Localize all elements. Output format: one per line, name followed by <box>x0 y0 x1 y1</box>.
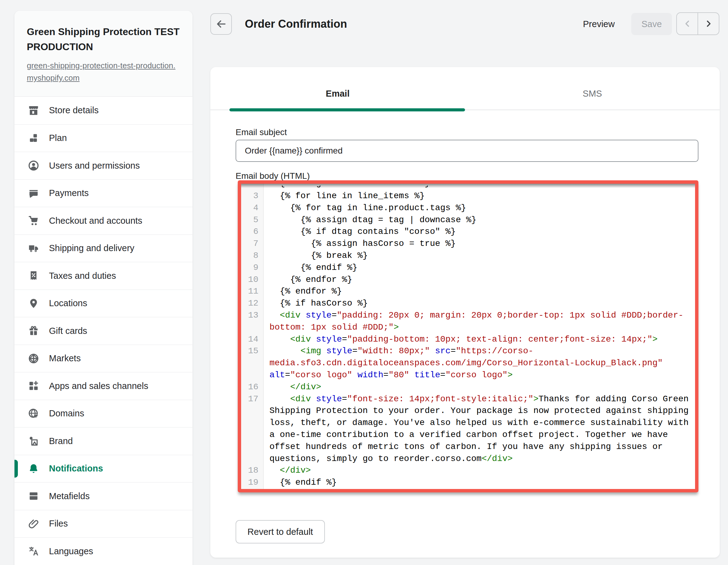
sidebar-item-label: Checkout and accounts <box>49 216 142 226</box>
sidebar-item-label: Store details <box>49 105 99 115</box>
save-button[interactable]: Save <box>631 13 672 35</box>
preview-button[interactable]: Preview <box>583 19 615 29</box>
chevron-left-icon <box>683 19 692 28</box>
store-url-link[interactable]: green-shipping-protection-test-productio… <box>27 59 180 84</box>
sidebar-item-label: Markets <box>49 353 81 363</box>
code-text: <div style="font-size: 14px;font-style:i… <box>263 393 695 465</box>
tab-sms[interactable]: SMS <box>465 89 720 99</box>
line-number: 14 <box>241 333 263 345</box>
previous-notification-button[interactable] <box>677 13 698 34</box>
truck-icon <box>27 242 40 255</box>
code-line: 12 {% if hasCorso %} <box>241 297 695 309</box>
sidebar-menu: Store detailsPlanUsers and permissionsPa… <box>14 97 192 565</box>
sidebar-item-markets[interactable]: Markets <box>14 345 192 372</box>
store-name: Green Shipping Protection TEST PRODUCTIO… <box>27 24 180 55</box>
code-text: {% for line in line_items %} <box>263 190 695 202</box>
sidebar-item-label: Notifications <box>49 463 103 474</box>
code-line: 19 {% endif %} <box>241 477 695 489</box>
store-icon <box>27 104 40 117</box>
code-text: </div> <box>263 465 695 477</box>
sidebar-item-label: Gift cards <box>49 326 87 336</box>
sidebar-item-notifications[interactable]: Notifications <box>14 455 192 482</box>
line-number: 8 <box>241 250 263 262</box>
code-text: {% endif %} <box>263 477 695 489</box>
code-text: {% break %} <box>263 250 695 262</box>
sidebar-item-metafields[interactable]: Metafields <box>14 482 192 510</box>
line-number: 12 <box>241 297 263 309</box>
code-line: 7 {% assign hasCorso = true %} <box>241 238 695 250</box>
line-number: 10 <box>241 274 263 286</box>
sidebar-item-brand[interactable]: Brand <box>14 427 192 455</box>
sidebar-item-label: Taxes and duties <box>49 271 116 281</box>
sidebar-item-gift-cards[interactable]: Gift cards <box>14 317 192 345</box>
sidebar-item-locations[interactable]: Locations <box>14 289 192 317</box>
email-subject-input[interactable] <box>236 140 698 162</box>
line-number: 19 <box>241 477 263 489</box>
receipt-percent-icon <box>27 270 40 282</box>
sidebar-item-label: Plan <box>49 133 67 143</box>
back-button[interactable] <box>210 13 232 35</box>
sidebar-item-files[interactable]: Files <box>14 510 192 538</box>
metafields-icon <box>27 490 40 502</box>
compass-icon <box>27 352 40 365</box>
sidebar-item-apps-and-sales-channels[interactable]: Apps and sales channels <box>14 372 192 400</box>
users-icon <box>27 160 40 172</box>
revert-to-default-button[interactable]: Revert to default <box>236 520 325 543</box>
sidebar-item-domains[interactable]: Domains <box>14 400 192 427</box>
code-line: 6 {% if dtag contains "corso" %} <box>241 226 695 238</box>
sidebar-item-label: Brand <box>49 436 73 446</box>
code-line: 5 {% assign dtag = tag | downcase %} <box>241 214 695 226</box>
code-line: 14 <div style="padding-bottom: 10px; tex… <box>241 333 695 345</box>
sidebar-item-label: Apps and sales channels <box>49 381 148 391</box>
sidebar-item-label: Payments <box>49 188 89 198</box>
line-number: 3 <box>241 190 263 202</box>
email-body-label: Email body (HTML) <box>236 171 310 181</box>
line-number: 15 <box>241 345 263 381</box>
sidebar-item-taxes-and-duties[interactable]: Taxes and duties <box>14 262 192 289</box>
paperclip-icon <box>27 518 40 530</box>
line-number: 6 <box>241 226 263 238</box>
notification-editor-card: EmailSMS Email subject Email body (HTML)… <box>210 67 720 558</box>
code-text: {% for tag in line.product.tags %} <box>263 202 695 214</box>
line-number: 9 <box>241 262 263 274</box>
translate-icon <box>27 545 40 557</box>
code-text: {% assign dtag = tag | downcase %} <box>263 214 695 226</box>
code-text: <div style="padding: 20px 0; margin: 20p… <box>263 309 695 333</box>
active-item-indicator <box>14 460 18 478</box>
code-line: 16 </div> <box>241 381 695 393</box>
line-number: 5 <box>241 214 263 226</box>
sidebar-item-languages[interactable]: Languages <box>14 537 192 565</box>
sidebar-item-label: Languages <box>49 546 93 556</box>
email-body-editor[interactable]: {% assign hasCorso = false %}3 {% for li… <box>238 180 698 492</box>
code-line: 10 {% endfor %} <box>241 274 695 286</box>
sidebar-item-payments[interactable]: Payments <box>14 180 192 207</box>
code-line: 13 <div style="padding: 20px 0; margin: … <box>241 309 695 333</box>
sidebar-item-users-and-permissions[interactable]: Users and permissions <box>14 152 192 180</box>
code-line: 9 {% endif %} <box>241 262 695 274</box>
apps-grid-plus-icon <box>27 380 40 392</box>
code-text: <img style="width: 80px;" src="https://c… <box>263 345 695 381</box>
code-line: 8 {% break %} <box>241 250 695 262</box>
line-number: 13 <box>241 309 263 333</box>
line-number: 17 <box>241 393 263 465</box>
sidebar-item-label: Locations <box>49 298 87 308</box>
sidebar-item-shipping-and-delivery[interactable]: Shipping and delivery <box>14 235 192 262</box>
arrow-left-icon <box>216 18 227 30</box>
sidebar-item-plan[interactable]: Plan <box>14 124 192 152</box>
active-tab-underline <box>229 108 465 111</box>
next-notification-button[interactable] <box>698 13 719 34</box>
map-pin-icon <box>27 297 40 309</box>
payments-icon <box>27 187 40 200</box>
code-line: 4 {% for tag in line.product.tags %} <box>241 202 695 214</box>
sidebar-item-label: Shipping and delivery <box>49 243 134 253</box>
image-icon <box>27 435 40 447</box>
editor-inset-shadow <box>241 184 695 188</box>
sidebar-item-checkout-and-accounts[interactable]: Checkout and accounts <box>14 207 192 235</box>
checkout-cart-icon <box>27 215 40 227</box>
tabbar: EmailSMS <box>210 67 720 110</box>
settings-sidebar: Green Shipping Protection TEST PRODUCTIO… <box>14 11 192 565</box>
tab-email[interactable]: Email <box>210 89 465 99</box>
sidebar-item-label: Metafields <box>49 491 90 501</box>
sidebar-item-store-details[interactable]: Store details <box>14 97 192 124</box>
store-header: Green Shipping Protection TEST PRODUCTIO… <box>14 11 192 97</box>
